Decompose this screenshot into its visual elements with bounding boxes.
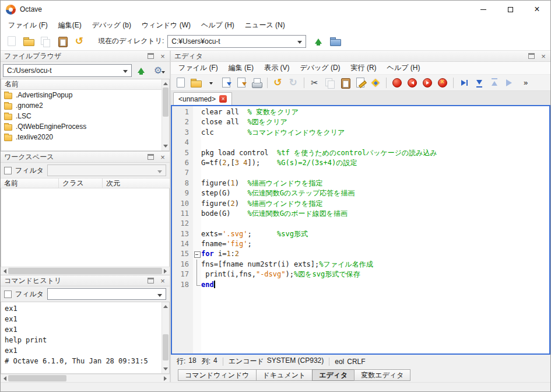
tab-close-icon[interactable]	[219, 95, 227, 103]
directory-up-icon[interactable]	[134, 64, 149, 78]
new-document-icon[interactable]	[4, 34, 19, 48]
history-item-5[interactable]: # Octave 6.1.0, Thu Jan 28 09:31:5	[1, 356, 162, 366]
save-file-as-icon[interactable]	[234, 76, 248, 90]
history-hscrollbar[interactable]	[1, 374, 170, 382]
settings-icon[interactable]	[150, 64, 166, 78]
history-item-3[interactable]: help print	[1, 335, 162, 345]
scrollbar-thumb[interactable]	[163, 88, 169, 117]
history-filter-combobox[interactable]	[47, 288, 166, 300]
save-file-icon[interactable]	[219, 76, 233, 90]
code-line[interactable]: 4	[172, 138, 549, 148]
step-in-icon[interactable]	[472, 76, 486, 90]
editor-menu-1[interactable]: 編集 (E)	[223, 61, 259, 75]
menu-0[interactable]: ファイル (F)	[3, 19, 53, 32]
code-line[interactable]: 14fname='fig';	[172, 239, 549, 249]
filter-checkbox[interactable]	[4, 290, 12, 298]
scrollbar-thumb[interactable]	[8, 375, 66, 382]
menu-4[interactable]: ヘルプ (H)	[196, 19, 240, 32]
scroll-left-button[interactable]	[1, 267, 8, 275]
history-item-2[interactable]: ex1	[1, 324, 162, 335]
paste-icon[interactable]	[55, 34, 70, 48]
fold-marker[interactable]	[193, 249, 201, 259]
file-browser-scrollbar[interactable]	[162, 79, 169, 150]
open-file-icon[interactable]	[188, 76, 203, 90]
undock-icon[interactable]	[148, 154, 154, 160]
code-line[interactable]: 5pkg load control %tf を使うためのcontrolパッケージ…	[172, 148, 549, 158]
toggle-bookmark-icon[interactable]	[368, 76, 382, 90]
file-row[interactable]: .LSC	[1, 111, 162, 121]
code-line[interactable]: 12	[172, 219, 549, 229]
scrollbar-thumb[interactable]	[8, 268, 162, 274]
browse-directory-icon[interactable]	[328, 34, 343, 48]
menu-2[interactable]: デバッグ (b)	[87, 19, 136, 32]
continue-icon[interactable]	[502, 76, 517, 90]
close-button[interactable]	[524, 1, 550, 18]
open-folder-icon[interactable]	[21, 34, 36, 48]
name-column-header[interactable]: 名前	[1, 79, 162, 90]
code-editor[interactable]: 1clear all % 変数をクリア2close all %図をクリア3clc…	[171, 105, 550, 355]
directory-up-icon[interactable]	[311, 34, 326, 48]
new-script-icon[interactable]	[173, 76, 188, 90]
next-breakpoint-icon[interactable]	[420, 76, 434, 90]
scroll-up-button[interactable]	[162, 79, 169, 87]
close-panel-icon[interactable]	[540, 52, 547, 60]
code-line[interactable]: 9step(G) %伝達関数Gのステップ応答を描画	[172, 188, 549, 198]
workspace-column-2[interactable]: 次元	[103, 178, 170, 188]
close-panel-icon[interactable]	[159, 277, 166, 285]
browser-path-combobox[interactable]: C:/Users/ocu-t	[3, 64, 132, 77]
filter-checkbox[interactable]	[4, 167, 12, 174]
undock-icon[interactable]	[148, 53, 154, 59]
copy-icon[interactable]	[322, 76, 337, 90]
find-replace-icon[interactable]	[353, 76, 367, 90]
dock-tab-3[interactable]: 変数エディタ	[354, 369, 410, 381]
code-line[interactable]: 1clear all % 変数をクリア	[172, 107, 549, 117]
copy-icon[interactable]	[38, 34, 53, 48]
menu-1[interactable]: 編集(E)	[53, 19, 87, 32]
cut-icon[interactable]	[307, 76, 322, 90]
history-scrollbar[interactable]	[162, 302, 169, 373]
code-line[interactable]: 16fns=[fname num2str(i) exts];%ファイル名作成	[172, 260, 549, 270]
step-out-icon[interactable]	[487, 76, 501, 90]
code-line[interactable]: 11bode(G) %伝達関数Gのボード線図を描画	[172, 209, 549, 219]
print-icon[interactable]	[249, 76, 264, 90]
scroll-right-button[interactable]	[162, 374, 170, 382]
step-icon[interactable]	[457, 76, 471, 90]
code-line[interactable]: 6G=tf(2,[3 4]); %G(s)=2/(3s+4)の設定	[172, 158, 549, 168]
editor-menu-5[interactable]: ヘルプ (H)	[382, 61, 426, 75]
redo-icon[interactable]	[286, 76, 300, 90]
code-line[interactable]: 10figure(2) %描画ウインドウを指定	[172, 199, 549, 209]
dock-tab-0[interactable]: コマンドウィンドウ	[178, 369, 257, 381]
undock-icon[interactable]	[148, 278, 154, 284]
history-item-1[interactable]: ex1	[1, 314, 162, 324]
dock-tab-1[interactable]: ドキュメント	[256, 369, 313, 381]
history-item-0[interactable]: ex1	[1, 303, 162, 314]
previous-breakpoint-icon[interactable]	[405, 76, 419, 90]
menu-5[interactable]: ニュース (N)	[240, 19, 290, 32]
undock-icon[interactable]	[528, 53, 535, 59]
scroll-right-button[interactable]	[162, 267, 170, 275]
editor-menu-4[interactable]: 実行 (R)	[346, 61, 382, 75]
file-row[interactable]: .AdvertisingPopup	[1, 90, 162, 100]
remove-breakpoints-icon[interactable]	[435, 76, 450, 90]
scroll-down-button[interactable]	[162, 366, 169, 373]
editor-tab-unnamed[interactable]: <unnamed>	[173, 92, 232, 105]
overflow-icon[interactable]: »	[518, 76, 533, 90]
code-line[interactable]: 15for i=1:2	[172, 249, 549, 259]
editor-menu-2[interactable]: 表示 (V)	[259, 61, 294, 75]
code-line[interactable]: 13exts='.svg'; %svg形式	[172, 229, 549, 239]
undo-icon[interactable]	[271, 76, 285, 90]
code-line[interactable]: 17 print(i,fns,"-dsvg");%図をsvg形式で保存	[172, 270, 549, 279]
toggle-breakpoint-icon[interactable]	[389, 76, 404, 90]
file-row[interactable]: .QtWebEngineProcess	[1, 121, 162, 132]
maximize-button[interactable]	[497, 1, 524, 18]
scroll-up-button[interactable]	[162, 302, 169, 310]
editor-menu-3[interactable]: デバッグ (D)	[294, 61, 345, 75]
code-line[interactable]: 7	[172, 168, 549, 178]
scroll-down-button[interactable]	[162, 143, 169, 150]
scrollbar-thumb[interactable]	[163, 334, 169, 360]
file-row[interactable]: .texlive2020	[1, 132, 162, 142]
workspace-column-0[interactable]: 名前	[1, 178, 59, 188]
history-item-4[interactable]: ex1	[1, 345, 162, 356]
close-panel-icon[interactable]	[159, 52, 166, 60]
minimize-button[interactable]	[470, 1, 497, 18]
